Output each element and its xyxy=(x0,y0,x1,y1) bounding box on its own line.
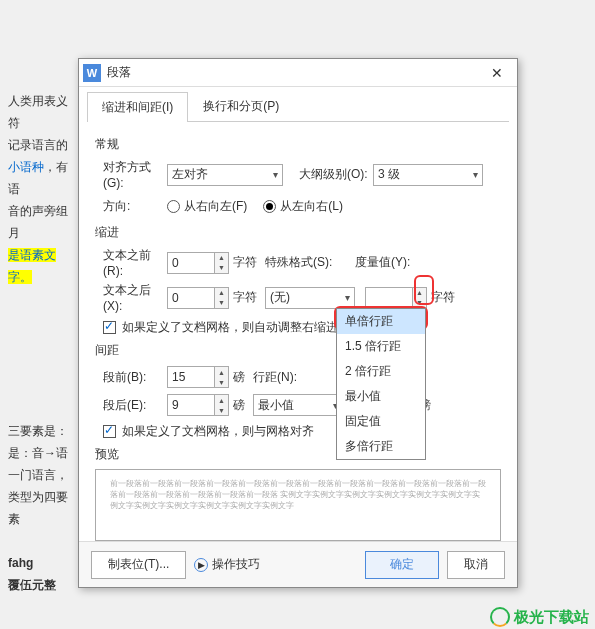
preview-box: 前一段落前一段落前一段落前一段落前一段落前一段落前一段落前一段落前一段落前一段落… xyxy=(95,469,501,541)
paragraph-dialog: W 段落 ✕ 缩进和间距(I) 换行和分页(P) 常规 对齐方式(G): 左对齐… xyxy=(78,58,518,588)
line-spacing-combo[interactable]: 最小值 xyxy=(253,394,343,416)
tips-link[interactable]: ▶操作技巧 xyxy=(194,556,260,573)
space-before-spin[interactable]: 15▲▼ xyxy=(167,366,229,388)
outline-combo[interactable]: 3 级 xyxy=(373,164,483,186)
watermark-logo-icon xyxy=(490,607,510,627)
indent-before-spin[interactable]: 0▲▼ xyxy=(167,252,229,274)
section-spacing: 间距 xyxy=(95,342,501,359)
snap-to-grid-checkbox[interactable]: 如果定义了文档网格，则与网格对齐 xyxy=(103,423,501,440)
dropdown-option[interactable]: 最小值 xyxy=(337,384,425,409)
watermark: 极光下载站 xyxy=(490,607,589,627)
tab-line-page-breaks[interactable]: 换行和分页(P) xyxy=(188,91,294,121)
direction-label: 方向: xyxy=(95,198,167,215)
direction-ltr-radio[interactable]: 从左向右(L) xyxy=(263,198,343,215)
dropdown-option[interactable]: 1.5 倍行距 xyxy=(337,334,425,359)
dialog-title: 段落 xyxy=(107,64,481,81)
section-indent: 缩进 xyxy=(95,224,501,241)
background-document: 人类用表义符 记录语言的 小语种，有语 音的声旁组月 是语素文字。 三要素是： … xyxy=(8,90,78,596)
dropdown-option[interactable]: 固定值 xyxy=(337,409,425,434)
dropdown-option[interactable]: 多倍行距 xyxy=(337,434,425,459)
close-button[interactable]: ✕ xyxy=(481,61,513,85)
auto-adjust-indent-checkbox[interactable]: 如果定义了文档网格，则自动调整右缩进(D) xyxy=(103,319,501,336)
tab-indent-spacing[interactable]: 缩进和间距(I) xyxy=(87,92,188,122)
measure-spin[interactable]: ▲▼ xyxy=(365,287,427,309)
alignment-label: 对齐方式(G): xyxy=(95,159,167,190)
dropdown-option[interactable]: 单倍行距 xyxy=(337,309,425,334)
space-before-label: 段前(B): xyxy=(95,369,167,386)
ok-button[interactable]: 确定 xyxy=(365,551,439,579)
space-after-spin[interactable]: 9▲▼ xyxy=(167,394,229,416)
indent-before-label: 文本之前(R): xyxy=(95,247,167,278)
line-spacing-label: 行距(N): xyxy=(253,369,323,386)
tabstops-button[interactable]: 制表位(T)... xyxy=(91,551,186,579)
link[interactable]: 小语种 xyxy=(8,160,44,174)
direction-rtl-radio[interactable]: 从右向左(F) xyxy=(167,198,247,215)
cancel-button[interactable]: 取消 xyxy=(447,551,505,579)
indent-after-label: 文本之后(X): xyxy=(95,282,167,313)
space-after-label: 段后(E): xyxy=(95,397,167,414)
app-icon: W xyxy=(83,64,101,82)
dropdown-option[interactable]: 2 倍行距 xyxy=(337,359,425,384)
indent-after-spin[interactable]: 0▲▼ xyxy=(167,287,229,309)
tab-bar: 缩进和间距(I) 换行和分页(P) xyxy=(87,91,509,122)
section-general: 常规 xyxy=(95,136,501,153)
section-preview: 预览 xyxy=(95,446,501,463)
special-label: 特殊格式(S): xyxy=(265,254,337,271)
special-combo[interactable]: (无) xyxy=(265,287,355,309)
titlebar: W 段落 ✕ xyxy=(79,59,517,87)
line-spacing-dropdown: 单倍行距 1.5 倍行距 2 倍行距 最小值 固定值 多倍行距 xyxy=(336,308,426,460)
measure-label: 度量值(Y): xyxy=(355,254,425,271)
dialog-footer: 制表位(T)... ▶操作技巧 确定 取消 xyxy=(79,541,517,587)
info-icon: ▶ xyxy=(194,558,208,572)
outline-label: 大纲级别(O): xyxy=(291,166,373,183)
alignment-combo[interactable]: 左对齐 xyxy=(167,164,283,186)
